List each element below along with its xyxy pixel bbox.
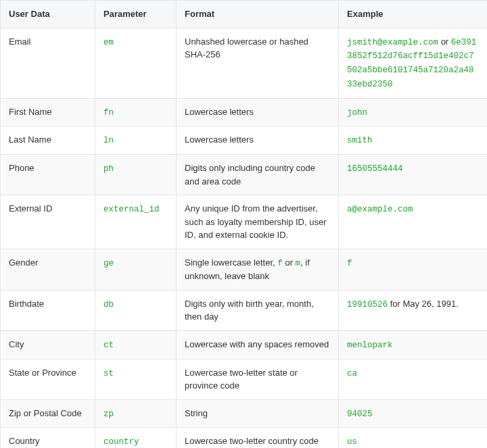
cell-format: Lowercase letters bbox=[177, 98, 339, 126]
format-code: f bbox=[277, 259, 283, 268]
cell-parameter: st bbox=[95, 359, 177, 399]
cell-user-data: State or Province bbox=[1, 359, 95, 399]
example-code: us bbox=[347, 437, 357, 447]
example-text: or bbox=[438, 36, 451, 47]
example-code: smith bbox=[347, 136, 373, 145]
example-code: 16505554444 bbox=[347, 164, 403, 174]
cell-user-data: Gender bbox=[1, 249, 95, 290]
example-code: a@example.com bbox=[347, 205, 413, 214]
format-code: m bbox=[296, 259, 301, 268]
cell-parameter: zp bbox=[95, 399, 177, 428]
cell-format: Unhashed lowercase or hashed SHA-256 bbox=[177, 28, 339, 98]
table-row: External ID external_id Any unique ID fr… bbox=[1, 195, 488, 249]
table-row: Last Name ln Lowercase letters smith bbox=[1, 126, 488, 155]
example-text: for May 26, 1991. bbox=[388, 299, 459, 309]
cell-example: jsmith@example.com or 6e3913852f512d76ac… bbox=[339, 28, 488, 98]
param-code: ge bbox=[103, 259, 114, 268]
table-row: City ct Lowercase with any spaces remove… bbox=[1, 330, 488, 359]
param-code: em bbox=[103, 38, 114, 47]
cell-example: menlopark bbox=[339, 330, 488, 359]
cell-parameter: fn bbox=[95, 98, 177, 126]
cell-user-data: External ID bbox=[1, 195, 95, 249]
example-code: f bbox=[347, 259, 352, 268]
cell-user-data: Last Name bbox=[1, 126, 95, 155]
param-code: ct bbox=[103, 341, 114, 350]
cell-format: Lowercase with any spaces removed bbox=[177, 330, 339, 359]
cell-user-data: Zip or Postal Code bbox=[1, 399, 95, 428]
col-header-example: Example bbox=[339, 1, 488, 28]
example-code: 19910526 bbox=[347, 300, 388, 309]
example-code: 94025 bbox=[347, 409, 373, 419]
param-code: external_id bbox=[103, 205, 160, 214]
cell-parameter: ct bbox=[95, 330, 177, 359]
cell-example: ca bbox=[339, 359, 488, 399]
cell-format: Lowercase two-letter country code bbox=[177, 428, 339, 448]
cell-format: Digits only including country code and a… bbox=[177, 155, 339, 195]
cell-user-data: Phone bbox=[1, 155, 95, 195]
cell-user-data: Country bbox=[1, 428, 95, 448]
example-code: ca bbox=[347, 369, 357, 378]
format-text: Single lowercase letter, bbox=[185, 257, 277, 268]
cell-user-data: Birthdate bbox=[1, 290, 95, 330]
table-row: Country country Lowercase two-letter cou… bbox=[1, 428, 488, 448]
cell-parameter: ph bbox=[95, 155, 177, 195]
table-header-row: User Data Parameter Format Example bbox=[1, 1, 488, 28]
cell-user-data: Email bbox=[1, 28, 95, 98]
cell-example: 94025 bbox=[339, 399, 488, 428]
table-row: Zip or Postal Code zp String 94025 bbox=[1, 399, 488, 428]
cell-parameter: external_id bbox=[95, 195, 177, 249]
cell-parameter: em bbox=[95, 28, 177, 98]
table-row: Phone ph Digits only including country c… bbox=[1, 155, 488, 195]
cell-example: smith bbox=[339, 126, 488, 155]
param-code: zp bbox=[103, 409, 114, 419]
cell-example: us bbox=[339, 428, 488, 448]
table-row: Gender ge Single lowercase letter, f or … bbox=[1, 249, 488, 290]
cell-user-data: City bbox=[1, 330, 95, 359]
cell-format: Single lowercase letter, f or m, if unkn… bbox=[177, 249, 339, 290]
cell-example: 16505554444 bbox=[339, 155, 488, 195]
param-code: db bbox=[103, 300, 114, 309]
format-text: or bbox=[283, 257, 296, 268]
cell-example: a@example.com bbox=[339, 195, 488, 249]
example-code: menlopark bbox=[347, 341, 393, 350]
cell-format: Any unique ID from the advertiser, such … bbox=[177, 195, 339, 249]
param-code: ln bbox=[103, 136, 114, 145]
table-row: State or Province st Lowercase two-lette… bbox=[1, 359, 488, 399]
cell-parameter: country bbox=[95, 428, 177, 448]
cell-parameter: ln bbox=[95, 126, 177, 155]
table-row: First Name fn Lowercase letters john bbox=[1, 98, 488, 126]
table-row: Email em Unhashed lowercase or hashed SH… bbox=[1, 28, 488, 98]
example-code: john bbox=[347, 108, 367, 118]
cell-example: 19910526 for May 26, 1991. bbox=[339, 290, 488, 330]
col-header-format: Format bbox=[177, 1, 339, 28]
cell-parameter: db bbox=[95, 290, 177, 330]
cell-parameter: ge bbox=[95, 249, 177, 290]
cell-example: john bbox=[339, 98, 488, 126]
param-code: ph bbox=[103, 164, 114, 174]
col-header-user-data: User Data bbox=[1, 1, 95, 28]
cell-user-data: First Name bbox=[1, 98, 95, 126]
example-code: jsmith@example.com bbox=[347, 38, 438, 47]
cell-example: f bbox=[339, 249, 488, 290]
table-row: Birthdate db Digits only with birth year… bbox=[1, 290, 488, 330]
param-code: country bbox=[103, 437, 139, 447]
col-header-parameter: Parameter bbox=[95, 1, 177, 28]
param-code: st bbox=[103, 369, 114, 378]
user-data-parameters-table: User Data Parameter Format Example Email… bbox=[0, 0, 487, 448]
param-code: fn bbox=[103, 108, 114, 118]
cell-format: Lowercase letters bbox=[177, 126, 339, 155]
cell-format: String bbox=[177, 399, 339, 428]
cell-format: Lowercase two-letter state or province c… bbox=[177, 359, 339, 399]
cell-format: Digits only with birth year, month, then… bbox=[177, 290, 339, 330]
